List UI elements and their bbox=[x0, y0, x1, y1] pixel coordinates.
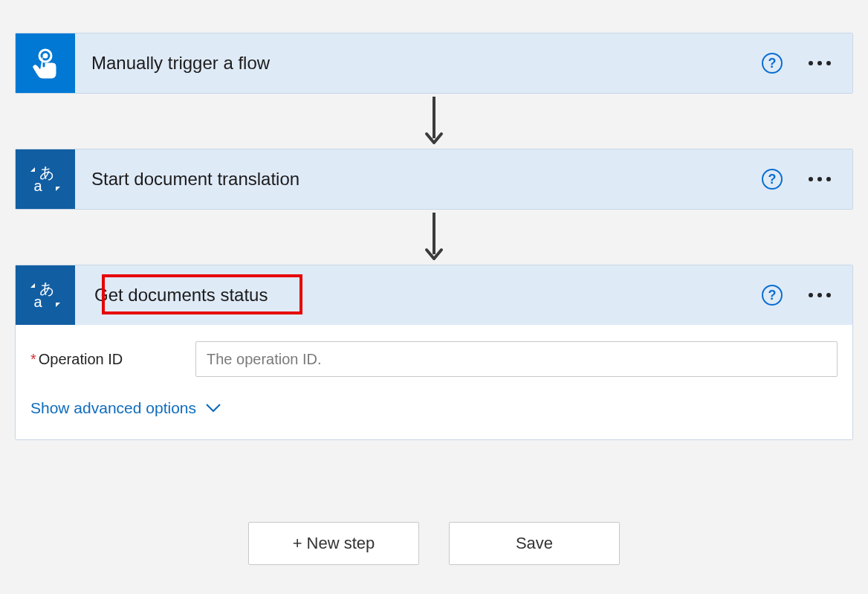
chevron-down-icon bbox=[205, 403, 221, 413]
step-card-start-translation: あ a Start document translation ? bbox=[15, 149, 853, 210]
step-body: *Operation ID Show advanced options bbox=[16, 325, 852, 439]
arrow-connector bbox=[15, 94, 853, 149]
svg-text:a: a bbox=[33, 294, 42, 310]
header-actions: ? bbox=[762, 285, 836, 306]
translate-icon: あ a bbox=[16, 265, 75, 325]
more-menu-icon[interactable] bbox=[803, 293, 836, 297]
touch-icon bbox=[16, 33, 75, 93]
new-step-button[interactable]: + New step bbox=[248, 522, 419, 565]
field-row-operation-id: *Operation ID bbox=[30, 341, 838, 377]
advanced-options-label: Show advanced options bbox=[30, 399, 196, 417]
more-menu-icon[interactable] bbox=[803, 61, 836, 65]
help-icon[interactable]: ? bbox=[762, 53, 783, 74]
save-button[interactable]: Save bbox=[449, 522, 620, 565]
operation-id-input[interactable] bbox=[195, 341, 838, 377]
step-header[interactable]: あ a Get documents status ? bbox=[16, 265, 852, 325]
step-title: Get documents status bbox=[91, 283, 762, 308]
header-actions: ? bbox=[762, 169, 836, 190]
arrow-connector bbox=[15, 210, 853, 265]
flow-canvas: Manually trigger a flow ? あ a Start docu… bbox=[15, 33, 853, 440]
field-label: *Operation ID bbox=[30, 351, 195, 368]
step-title: Start document translation bbox=[91, 169, 762, 190]
svg-point-1 bbox=[43, 54, 48, 59]
step-header[interactable]: あ a Start document translation ? bbox=[16, 149, 852, 209]
show-advanced-options[interactable]: Show advanced options bbox=[30, 393, 221, 436]
step-card-get-status: あ a Get documents status ? *Operation ID… bbox=[15, 265, 853, 440]
step-header[interactable]: Manually trigger a flow ? bbox=[16, 33, 852, 93]
header-actions: ? bbox=[762, 53, 836, 74]
help-icon[interactable]: ? bbox=[762, 285, 783, 306]
step-card-trigger: Manually trigger a flow ? bbox=[15, 33, 853, 94]
step-title: Manually trigger a flow bbox=[91, 53, 762, 74]
help-icon[interactable]: ? bbox=[762, 169, 783, 190]
translate-icon: あ a bbox=[16, 149, 75, 209]
more-menu-icon[interactable] bbox=[803, 177, 836, 181]
svg-text:a: a bbox=[33, 178, 42, 194]
bottom-action-bar: + New step Save bbox=[0, 522, 868, 565]
